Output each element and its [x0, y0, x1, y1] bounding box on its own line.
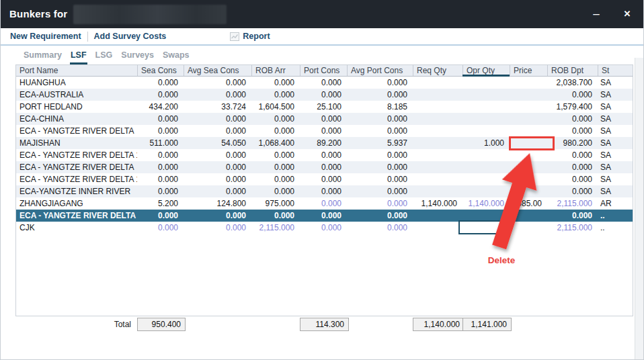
value-cell[interactable]: 0.000: [184, 125, 251, 137]
value-cell[interactable]: 0.000: [184, 161, 251, 173]
value-cell[interactable]: 0.000: [251, 210, 300, 222]
value-cell[interactable]: 0.000: [137, 185, 184, 197]
column-header-port-cons[interactable]: Port Cons: [300, 65, 347, 76]
new-requirement-button[interactable]: New Requirement: [10, 32, 81, 41]
value-cell[interactable]: [462, 149, 510, 161]
value-cell[interactable]: 0.000: [251, 89, 300, 101]
column-header-avg-port-cons[interactable]: Avg Port Cons: [347, 65, 413, 76]
value-cell[interactable]: 124.800: [184, 197, 251, 210]
tab-swaps[interactable]: Swaps: [162, 50, 190, 64]
value-cell[interactable]: [462, 173, 510, 185]
value-cell[interactable]: 0.000: [300, 89, 347, 101]
value-cell[interactable]: 0.000: [300, 173, 347, 185]
value-cell[interactable]: 0.000: [251, 125, 300, 137]
value-cell[interactable]: 0.000: [251, 77, 300, 89]
value-cell[interactable]: 0.000: [300, 197, 347, 210]
value-cell[interactable]: 0.000: [251, 113, 300, 125]
column-header-port-name[interactable]: Port Name: [16, 65, 137, 76]
value-cell[interactable]: 0.000: [347, 161, 413, 173]
value-cell[interactable]: [462, 113, 510, 125]
value-cell[interactable]: 0.000: [184, 185, 251, 197]
value-cell[interactable]: 1,140.000: [462, 197, 510, 210]
tab-lsg[interactable]: LSG: [95, 50, 114, 64]
value-cell[interactable]: 0.000: [347, 77, 413, 89]
value-cell[interactable]: 0.000: [347, 197, 413, 210]
value-cell[interactable]: [462, 101, 510, 113]
value-cell[interactable]: AR: [598, 197, 622, 210]
table-row[interactable]: ZHANGJIAGANG5.200124.800975.0000.0000.00…: [16, 197, 633, 210]
port-name-cell[interactable]: ECA - YANGTZE RIVER DELTA 1O(: [16, 210, 137, 222]
value-cell[interactable]: 0.000: [184, 149, 251, 161]
value-cell[interactable]: [413, 173, 462, 185]
value-cell[interactable]: 0.000: [300, 77, 347, 89]
value-cell[interactable]: [462, 89, 510, 101]
value-cell[interactable]: 1,579.400: [547, 101, 598, 113]
table-row[interactable]: ECA - YANGTZE RIVER DELTA0.0000.0000.000…: [16, 161, 633, 173]
column-header-price[interactable]: Price: [510, 65, 547, 76]
value-cell[interactable]: 8.185: [347, 101, 413, 113]
value-cell[interactable]: 2,115.000: [547, 197, 598, 210]
value-cell[interactable]: 0.000: [137, 210, 184, 222]
value-cell[interactable]: 0.000: [547, 173, 598, 185]
table-row[interactable]: ECA-AUSTRALIA0.0000.0000.0000.0000.0000.…: [16, 89, 633, 101]
table-row[interactable]: HUANGHUA0.0000.0000.0000.0000.0002,038.7…: [16, 77, 633, 89]
column-header-sea-cons[interactable]: Sea Cons: [137, 65, 184, 76]
tab-summary[interactable]: Summary: [23, 50, 63, 64]
value-cell[interactable]: [413, 210, 462, 222]
value-cell[interactable]: 0.000: [347, 125, 413, 137]
value-cell[interactable]: 0.000: [184, 89, 251, 101]
value-cell[interactable]: [462, 77, 510, 89]
value-cell[interactable]: 975.000: [251, 197, 300, 210]
value-cell[interactable]: SA: [598, 185, 622, 197]
value-cell[interactable]: [413, 101, 462, 113]
port-name-cell[interactable]: ECA - YANGTZE RIVER DELTA: [16, 161, 137, 173]
table-row[interactable]: ECA - YANGTZE RIVER DELTA 1O(0.0000.0000…: [16, 173, 633, 185]
value-cell[interactable]: 1.000: [462, 137, 510, 149]
value-cell[interactable]: SA: [598, 77, 622, 89]
value-cell[interactable]: SA: [598, 113, 622, 125]
value-cell[interactable]: SA: [598, 125, 622, 137]
value-cell[interactable]: 511.000: [137, 137, 184, 149]
port-name-cell[interactable]: ECA-YANGTZE INNER RIVER: [16, 185, 137, 197]
value-cell[interactable]: 0.000: [547, 89, 598, 101]
value-cell[interactable]: [510, 210, 547, 222]
value-cell[interactable]: 0.000: [137, 113, 184, 125]
port-name-cell[interactable]: ECA - YANGTZE RIVER DELTA: [16, 125, 137, 137]
value-cell[interactable]: 0.000: [300, 125, 347, 137]
table-row[interactable]: ECA - YANGTZE RIVER DELTA 1O(0.0000.0000…: [16, 210, 633, 222]
value-cell[interactable]: [413, 222, 462, 234]
value-cell[interactable]: 0.000: [137, 125, 184, 137]
value-cell[interactable]: [462, 161, 510, 173]
report-button[interactable]: Report: [230, 32, 270, 41]
value-cell[interactable]: SA: [598, 101, 622, 113]
value-cell[interactable]: 2,115.000: [547, 222, 598, 234]
value-cell[interactable]: 0.000: [184, 113, 251, 125]
port-name-cell[interactable]: HUANGHUA: [16, 77, 137, 89]
value-cell[interactable]: [413, 185, 462, 197]
value-cell[interactable]: ..: [598, 210, 622, 222]
value-cell[interactable]: 33.724: [184, 101, 251, 113]
value-cell[interactable]: 0.000: [347, 210, 413, 222]
port-name-cell[interactable]: ZHANGJIAGANG: [16, 197, 137, 210]
table-row[interactable]: CJK0.0000.0002,115.0000.0000.0002,115.00…: [16, 222, 633, 234]
port-name-cell[interactable]: CJK: [16, 222, 137, 234]
table-row[interactable]: PORT HEDLAND434.20033.7241,604.50025.100…: [16, 101, 633, 113]
value-cell[interactable]: [510, 113, 547, 125]
value-cell[interactable]: 0.000: [347, 113, 413, 125]
value-cell[interactable]: [510, 125, 547, 137]
value-cell[interactable]: 0.000: [347, 89, 413, 101]
value-cell[interactable]: 0.000: [547, 149, 598, 161]
value-cell[interactable]: 1,604.500: [251, 101, 300, 113]
close-button[interactable]: ✕: [618, 0, 637, 28]
value-cell[interactable]: 0.000: [300, 222, 347, 234]
value-cell[interactable]: 0.000: [547, 210, 598, 222]
value-cell[interactable]: 0.000: [137, 77, 184, 89]
value-cell[interactable]: SA: [598, 161, 622, 173]
table-row[interactable]: ECA-CHINA0.0000.0000.0000.0000.0000.000S…: [16, 113, 633, 125]
value-cell[interactable]: [413, 149, 462, 161]
value-cell[interactable]: 0.000: [251, 173, 300, 185]
value-cell[interactable]: SA: [598, 149, 622, 161]
tab-lsf[interactable]: LSF: [70, 50, 87, 64]
port-name-cell[interactable]: PORT HEDLAND: [16, 101, 137, 113]
column-header-rob-dpt[interactable]: ROB Dpt: [547, 65, 598, 76]
